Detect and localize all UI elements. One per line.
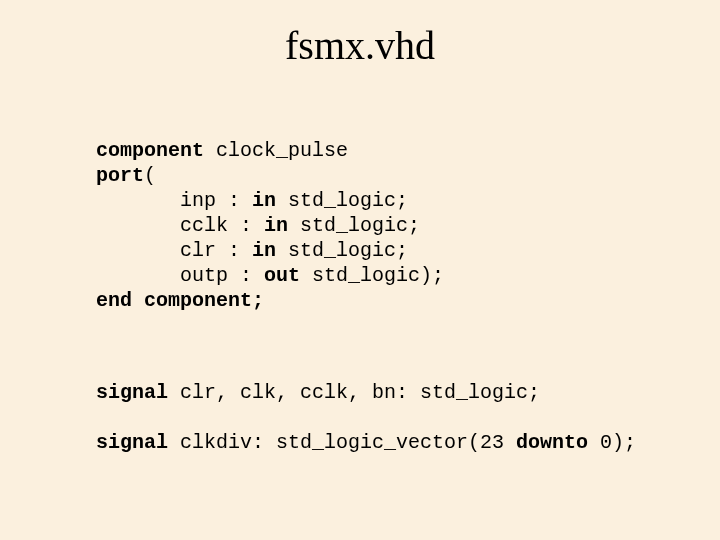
kw-downto: downto: [516, 431, 588, 454]
code-text: clr, clk, cclk, bn: std_logic;: [168, 381, 540, 404]
kw-signal: signal: [96, 381, 168, 404]
code-text: inp :: [96, 189, 252, 212]
code-block-1: component clock_pulse port( inp : in std…: [96, 138, 444, 313]
code-text: std_logic;: [276, 239, 408, 262]
code-text: clkdiv: std_logic_vector(23: [168, 431, 516, 454]
code-text: 0);: [588, 431, 636, 454]
code-block-2: signal clr, clk, cclk, bn: std_logic; si…: [96, 380, 636, 455]
code-text: std_logic);: [300, 264, 444, 287]
code-text: std_logic;: [276, 189, 408, 212]
code-text: cclk :: [96, 214, 264, 237]
kw-end-component: end component;: [96, 289, 264, 312]
kw-signal: signal: [96, 431, 168, 454]
code-text: std_logic;: [288, 214, 420, 237]
kw-in: in: [252, 189, 276, 212]
code-text: clock_pulse: [204, 139, 348, 162]
slide-title: fsmx.vhd: [0, 0, 720, 69]
kw-in: in: [264, 214, 288, 237]
kw-port: port: [96, 164, 144, 187]
slide: fsmx.vhd component clock_pulse port( inp…: [0, 0, 720, 540]
code-text: outp :: [96, 264, 264, 287]
kw-in: in: [252, 239, 276, 262]
code-text: clr :: [96, 239, 252, 262]
code-text: (: [144, 164, 156, 187]
kw-out: out: [264, 264, 300, 287]
kw-component: component: [96, 139, 204, 162]
